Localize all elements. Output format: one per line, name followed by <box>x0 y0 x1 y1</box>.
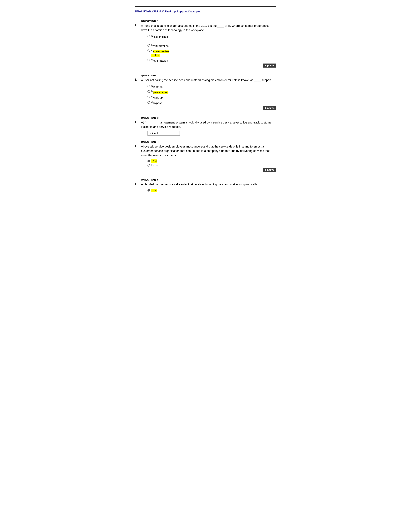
option-2d[interactable]: d bypass <box>148 101 276 105</box>
question-5-options: True <box>148 189 276 192</box>
option-1b-text: b virtualization <box>151 44 168 48</box>
question-1-text: A trend that is gaining wider acceptance… <box>141 24 276 32</box>
question-4-block: QUESTION 4 1. Above all, service desk em… <box>135 140 276 173</box>
option-2d-text: d bypass <box>151 101 162 105</box>
option-1d[interactable]: d optimization <box>148 58 276 63</box>
radio-2d[interactable] <box>148 101 150 104</box>
question-5-label: QUESTION 5 <box>141 178 276 181</box>
radio-1c[interactable] <box>148 49 150 52</box>
option-5-true-label: True <box>151 189 157 192</box>
question-2-block: QUESTION 2 1. A user not calling the ser… <box>135 74 276 112</box>
question-1-row: 1. A trend that is gaining wider accepta… <box>135 24 276 32</box>
top-border <box>135 6 276 7</box>
option-2a[interactable]: a informal <box>148 84 276 89</box>
question-2-number: 1. <box>135 78 141 81</box>
question-2-options: a informal b peer-to-peer c walk-up d by… <box>148 84 276 105</box>
option-1c[interactable]: c consumeriza tion <box>148 49 276 57</box>
option-2c[interactable]: c walk-up <box>148 95 276 99</box>
question-1-points-row: 5 points <box>135 64 276 69</box>
question-4-options: True False <box>148 160 276 167</box>
radio-4-true[interactable] <box>148 160 150 162</box>
option-1c-text: c consumeriza tion <box>151 49 169 57</box>
question-5-number: 1. <box>135 182 141 186</box>
question-3-text: A(n) ______ management system is typical… <box>141 120 276 129</box>
question-5-text: A blended call center is a call center t… <box>141 182 276 187</box>
question-2-text: A user not calling the service desk and … <box>141 78 276 82</box>
option-4-false[interactable]: False <box>148 164 276 167</box>
option-4-false-label: False <box>151 164 158 167</box>
question-4-row: 1. Above all, service desk employees mus… <box>135 144 276 158</box>
radio-2a[interactable] <box>148 85 150 87</box>
option-2b-text: b peer-to-peer <box>151 90 168 94</box>
question-1-options: a customizatio n b virtualization c cons… <box>148 34 276 63</box>
radio-2c[interactable] <box>148 95 150 98</box>
option-1a[interactable]: a customizatio n <box>148 34 276 43</box>
radio-1a[interactable] <box>148 35 150 38</box>
question-4-number: 1. <box>135 144 141 148</box>
highlight-1c: consumeriza tion <box>151 50 169 57</box>
radio-2b[interactable] <box>148 90 150 93</box>
question-1-number: 1. <box>135 24 141 27</box>
question-4-points-row: 5 points <box>135 168 276 173</box>
question-3-label: QUESTION 3 <box>141 116 276 119</box>
question-3-row: 1. A(n) ______ management system is typi… <box>135 120 276 129</box>
radio-1b[interactable] <box>148 44 150 47</box>
question-4-points: 5 points <box>263 168 276 172</box>
question-4-label: QUESTION 4 <box>141 140 276 143</box>
radio-1d[interactable] <box>148 59 150 61</box>
option-1b[interactable]: b virtualization <box>148 44 276 48</box>
question-2-points: 5 points <box>263 106 276 110</box>
option-2b[interactable]: b peer-to-peer <box>148 90 276 94</box>
option-4-true-label: True <box>151 160 157 163</box>
option-5-true[interactable]: True <box>148 189 276 192</box>
exam-title: FINAL EXAM CIST2130 Desktop Support Conc… <box>135 10 276 13</box>
question-4-text: Above all, service desk employees must u… <box>141 144 276 158</box>
option-2a-text: a informal <box>151 84 163 89</box>
question-1-label: QUESTION 1 <box>141 20 276 22</box>
option-4-true[interactable]: True <box>148 160 276 163</box>
question-1-block: QUESTION 1 1. A trend that is gaining wi… <box>135 20 276 69</box>
question-2-row: 1. A user not calling the service desk a… <box>135 78 276 82</box>
option-2c-text: c walk-up <box>151 95 163 99</box>
question-3-number: 1. <box>135 120 141 124</box>
question-3-input-container <box>148 131 276 136</box>
question-5-row: 1. A blended call center is a call cente… <box>135 182 276 187</box>
radio-5-true[interactable] <box>148 189 150 191</box>
question-5-block: QUESTION 5 1. A blended call center is a… <box>135 178 276 192</box>
question-1-points: 5 points <box>263 64 276 67</box>
question-2-label: QUESTION 2 <box>141 74 276 77</box>
question-3-input[interactable] <box>148 131 180 136</box>
radio-4-false[interactable] <box>148 164 150 167</box>
option-1a-letter: a customizatio n <box>151 34 168 43</box>
option-1d-text: d optimization <box>151 58 168 63</box>
question-2-points-row: 5 points <box>135 106 276 112</box>
highlight-2b: peer-to-peer <box>153 91 168 94</box>
question-3-block: QUESTION 3 1. A(n) ______ management sys… <box>135 116 276 136</box>
